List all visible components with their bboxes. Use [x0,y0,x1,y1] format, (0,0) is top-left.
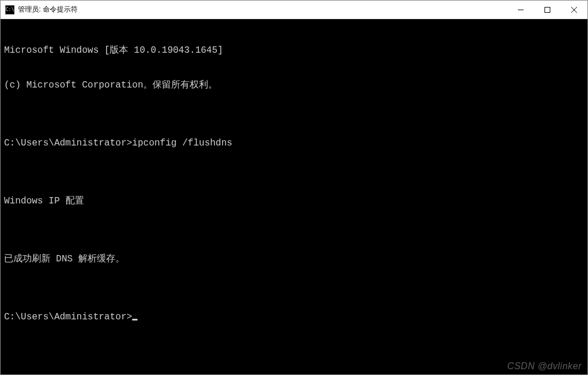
cmd-icon: C:\ [5,5,14,14]
terminal-line: C:\Users\Administrator>ipconfig /flushdn… [4,137,584,149]
titlebar: C:\ 管理员: 命令提示符 [1,1,587,19]
minimize-button[interactable] [507,1,534,19]
terminal-area[interactable]: Microsoft Windows [版本 10.0.19043.1645] (… [1,19,587,374]
watermark-text: CSDN @dvlinker [507,361,582,372]
terminal-line: (c) Microsoft Corporation。保留所有权利。 [4,79,584,91]
close-button[interactable] [561,1,587,19]
maximize-button[interactable] [534,1,561,19]
svg-rect-1 [545,8,550,13]
cursor-icon [132,319,137,321]
terminal-line: Windows IP 配置 [4,195,584,207]
terminal-prompt-text: C:\Users\Administrator> [4,312,132,322]
terminal-prompt-line: C:\Users\Administrator> [4,311,584,323]
terminal-line: 已成功刷新 DNS 解析缓存。 [4,253,584,265]
terminal-line: Microsoft Windows [版本 10.0.19043.1645] [4,45,584,56]
window-controls [507,1,587,19]
window-title: 管理员: 命令提示符 [18,5,507,14]
